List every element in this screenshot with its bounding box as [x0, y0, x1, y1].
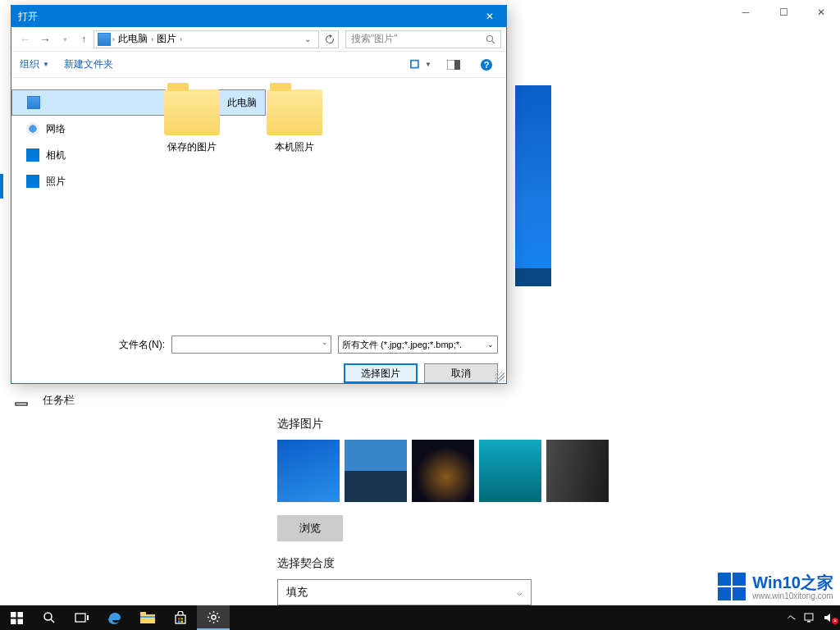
filetype-combo[interactable]: 所有文件 (*.jpg;*.jpeg;*.bmp;*. ⌄: [338, 336, 498, 354]
watermark-url: www.win10xitong.com: [752, 591, 833, 600]
folder-item[interactable]: 保存的图片: [153, 89, 231, 154]
system-tray[interactable]: ヘ ×: [788, 612, 840, 623]
browse-button[interactable]: 浏览: [277, 515, 343, 541]
svg-rect-11: [11, 619, 16, 624]
dialog-content[interactable]: 保存的图片 本机照片: [144, 78, 506, 329]
settings-task-button[interactable]: [197, 605, 230, 630]
watermark-title: Win10之家: [752, 573, 833, 591]
svg-rect-27: [807, 621, 810, 623]
view-mode-button[interactable]: ▼: [409, 56, 432, 74]
tree-item-camera[interactable]: 相机: [11, 142, 144, 168]
tree-label: 网络: [46, 122, 66, 136]
dialog-nav: ← → ▾ ↑ › 此电脑 › 图片 › ⌄ 搜索"图片": [11, 27, 506, 52]
folder-icon: [164, 89, 220, 135]
svg-rect-23: [178, 621, 180, 623]
sidebar-item-label: 任务栏: [43, 393, 75, 408]
chevron-down-icon: ⌄: [487, 340, 494, 349]
addr-dropdown-icon[interactable]: ⌄: [300, 34, 315, 43]
tree-item-network[interactable]: 网络: [11, 116, 144, 142]
nav-up-button[interactable]: ↑: [75, 30, 92, 48]
folder-icon: [267, 89, 322, 135]
nav-back-button[interactable]: ←: [16, 30, 34, 48]
store-button[interactable]: [164, 605, 197, 630]
nav-recent-dropdown[interactable]: ▾: [56, 30, 74, 48]
start-button[interactable]: [0, 605, 33, 630]
fit-select[interactable]: 填充 ⌵: [277, 579, 532, 605]
caret-right-icon: ›: [112, 35, 115, 43]
svg-rect-26: [805, 614, 813, 620]
tree-item-photos[interactable]: 照片: [11, 168, 144, 194]
desktop-preview: [515, 85, 551, 286]
explorer-button[interactable]: [131, 605, 164, 630]
pc-icon: [27, 96, 40, 109]
dialog-bottom: 文件名(N): ⌄ 所有文件 (*.jpg;*.jpeg;*.bmp;*. ⌄ …: [11, 329, 506, 391]
maximize-button[interactable]: ☐: [765, 0, 802, 25]
folder-item[interactable]: 本机照片: [255, 89, 333, 154]
edge-button[interactable]: [98, 605, 131, 630]
camera-icon: [26, 148, 39, 162]
filename-label: 文件名(N):: [119, 338, 165, 352]
tray-chevron-icon[interactable]: ヘ: [788, 612, 796, 623]
preview-pane-button[interactable]: [442, 56, 465, 74]
dialog-titlebar[interactable]: 打开 ✕: [11, 6, 506, 27]
volume-tray-icon[interactable]: ×: [824, 613, 835, 623]
wallpaper-thumbnails: [277, 440, 840, 502]
dialog-toolbar: 组织 ▼ 新建文件夹 ▼ ?: [11, 52, 506, 78]
caret-right-icon: ›: [151, 35, 153, 43]
filename-input[interactable]: [171, 336, 331, 354]
wallpaper-thumb[interactable]: [345, 440, 407, 502]
cancel-button[interactable]: 取消: [424, 363, 498, 383]
address-bar[interactable]: › 此电脑 › 图片 › ⌄: [94, 30, 319, 48]
taskview-button[interactable]: [66, 605, 98, 630]
breadcrumb-root[interactable]: 此电脑: [116, 32, 149, 46]
refresh-button[interactable]: [321, 30, 339, 48]
organize-menu[interactable]: 组织 ▼: [20, 57, 49, 71]
svg-point-13: [44, 613, 52, 620]
chevron-down-icon: ▼: [43, 61, 49, 68]
dialog-title: 打开: [18, 10, 38, 24]
open-button[interactable]: 选择图片: [344, 363, 418, 383]
desktop-preview-clip: [515, 85, 551, 286]
search-icon: [486, 34, 495, 44]
dialog-close-button[interactable]: ✕: [473, 6, 506, 27]
svg-rect-20: [176, 615, 185, 623]
nav-forward-button[interactable]: →: [36, 30, 54, 48]
chevron-down-icon[interactable]: ⌄: [322, 338, 328, 346]
resize-grip[interactable]: [495, 372, 504, 381]
wallpaper-thumb[interactable]: [546, 440, 609, 502]
dialog-tree[interactable]: 此电脑 网络 相机 照片: [11, 78, 144, 329]
filetype-value: 所有文件 (*.jpg;*.jpeg;*.bmp;*.: [342, 339, 462, 351]
watermark: Win10之家 www.win10xitong.com: [718, 573, 833, 600]
sidebar-accent: [0, 174, 3, 199]
svg-text:?: ?: [484, 60, 490, 70]
breadcrumb-folder[interactable]: 图片: [155, 32, 178, 46]
svg-rect-16: [87, 615, 89, 620]
folder-label: 保存的图片: [153, 140, 231, 154]
help-button[interactable]: ?: [475, 56, 498, 74]
svg-rect-4: [412, 61, 418, 66]
close-button[interactable]: ✕: [802, 0, 840, 25]
svg-rect-22: [181, 618, 184, 620]
wallpaper-thumb[interactable]: [479, 440, 541, 502]
svg-rect-18: [140, 612, 146, 615]
folder-label: 本机照片: [255, 140, 333, 154]
chevron-down-icon: ⌵: [517, 587, 523, 598]
network-tray-icon[interactable]: [804, 613, 815, 623]
svg-rect-12: [17, 619, 23, 624]
wallpaper-thumb[interactable]: [412, 440, 474, 502]
svg-rect-21: [178, 618, 180, 620]
svg-rect-24: [181, 621, 184, 623]
svg-rect-19: [140, 616, 155, 618]
search-button[interactable]: [33, 605, 66, 630]
svg-rect-0: [16, 403, 27, 405]
photo-icon: [26, 175, 39, 188]
wallpaper-thumb[interactable]: [277, 440, 340, 502]
new-folder-button[interactable]: 新建文件夹: [64, 57, 113, 71]
search-input[interactable]: 搜索"图片": [345, 30, 501, 48]
windows-logo-icon: [718, 573, 746, 600]
minimize-button[interactable]: ─: [727, 0, 765, 25]
svg-rect-15: [75, 614, 85, 622]
svg-rect-10: [17, 612, 23, 618]
taskbar[interactable]: ヘ ×: [0, 605, 840, 630]
svg-rect-17: [140, 614, 155, 623]
